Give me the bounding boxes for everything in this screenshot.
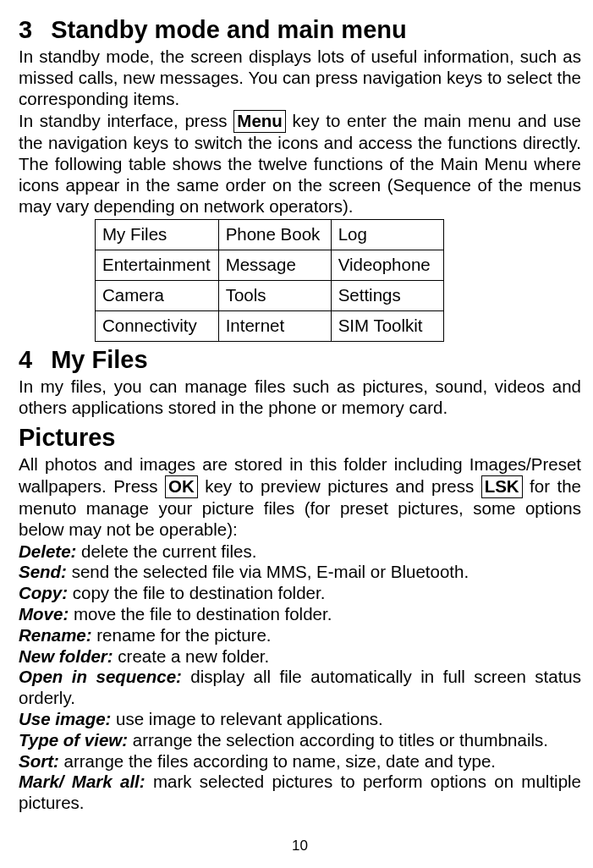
list-item: Use image: use image to relevant applica… (19, 709, 581, 730)
table-cell: Log (331, 220, 443, 250)
entry-label: New folder: (19, 646, 113, 666)
section3-heading: 3Standby mode and main menu (19, 15, 581, 45)
pictures-intro: All photos and images are stored in this… (19, 454, 581, 540)
list-item: Send: send the selected file via MMS, E-… (19, 562, 581, 583)
list-item: Sort: arrange the files according to nam… (19, 751, 581, 772)
pictures-heading: Pictures (19, 423, 581, 453)
entry-text: copy the file to destination folder. (68, 583, 325, 602)
entry-text: create a new folder. (113, 646, 270, 666)
ok-key-label: OK (165, 475, 198, 498)
section4-num: 4 (19, 346, 32, 373)
list-item: Move: move the file to destination folde… (19, 604, 581, 625)
entry-label: Copy: (19, 583, 68, 602)
entry-label: Mark/ Mark all: (19, 772, 146, 791)
section4-para: In my files, you can manage files such a… (19, 376, 581, 419)
entries-list: Delete: delete the current files. Send: … (19, 541, 581, 814)
entry-text: rename for the picture. (92, 625, 272, 645)
table-cell: Entertainment (96, 250, 219, 281)
list-item: Type of view: arrange the selection acco… (19, 730, 581, 751)
entry-text: use image to relevant applications. (111, 709, 382, 728)
entry-label: Rename: (19, 625, 92, 645)
main-menu-table: My Files Phone Book Log Entertainment Me… (95, 219, 444, 341)
page-number: 10 (19, 838, 581, 855)
table-cell: My Files (96, 220, 219, 250)
table-cell: Tools (218, 281, 331, 311)
table-cell: Camera (96, 281, 219, 311)
table-cell: Settings (331, 281, 443, 311)
list-item: Copy: copy the file to destination folde… (19, 583, 581, 604)
list-item: Mark/ Mark all: mark selected pictures t… (19, 772, 581, 814)
entry-label: Move: (19, 604, 69, 624)
entry-label: Sort: (19, 751, 59, 771)
entry-text: delete the current files. (76, 541, 256, 561)
table-row: My Files Phone Book Log (96, 220, 444, 250)
table-cell: Internet (218, 310, 331, 341)
entry-label: Delete: (19, 541, 76, 561)
entry-text: send the selected file via MMS, E-mail o… (67, 562, 469, 581)
table-cell: Message (218, 250, 331, 281)
section3-para2: In standby interface, press Menu key to … (19, 110, 581, 217)
lsk-key-label: LSK (481, 475, 523, 498)
entry-label: Send: (19, 562, 67, 581)
table-row: Entertainment Message Videophone (96, 250, 444, 281)
list-item: New folder: create a new folder. (19, 646, 581, 667)
table-cell: Videophone (331, 250, 443, 281)
section3-para1: In standby mode, the screen displays lot… (19, 47, 581, 109)
table-cell: SIM Toolkit (331, 310, 443, 341)
entry-label: Open in sequence: (19, 667, 182, 686)
section4-heading: 4My Files (19, 345, 581, 375)
list-item: Delete: delete the current files. (19, 541, 581, 563)
entry-text: move the file to destination folder. (69, 604, 332, 624)
pictures-para-b: key to preview pictures and press (198, 476, 481, 496)
entry-text: arrange the selection according to title… (128, 730, 548, 750)
table-row: Connectivity Internet SIM Toolkit (96, 310, 444, 341)
section3-title: Standby mode and main menu (51, 16, 407, 43)
menu-key-label: Menu (233, 110, 286, 133)
table-cell: Phone Book (218, 220, 331, 250)
list-item: Rename: rename for the picture. (19, 625, 581, 646)
section3-num: 3 (19, 16, 32, 43)
entry-label: Use image: (19, 709, 111, 728)
table-cell: Connectivity (96, 310, 219, 341)
entry-label: Type of view: (19, 730, 128, 750)
section4-title: My Files (51, 346, 147, 373)
table-row: Camera Tools Settings (96, 281, 444, 311)
list-item: Open in sequence: display all file autom… (19, 667, 581, 709)
section3-para2a: In standby interface, press (19, 111, 233, 130)
entry-text: arrange the files according to name, siz… (59, 751, 496, 771)
